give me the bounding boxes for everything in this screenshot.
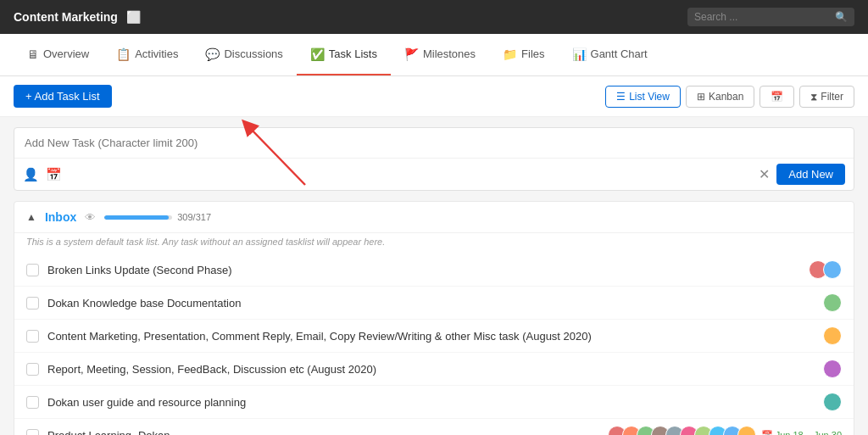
- new-task-area: 👤 📅 ✕ Add New: [14, 127, 854, 191]
- calendar-button[interactable]: 📅: [760, 86, 794, 108]
- tab-milestones[interactable]: 🚩 Milestones: [391, 34, 489, 75]
- task-name: Content Marketing, Presentation, Comment…: [47, 330, 815, 343]
- progress-bar-fill: [104, 215, 169, 220]
- add-new-button[interactable]: Add New: [776, 164, 845, 185]
- task-input-icons: 👤 📅: [23, 167, 62, 182]
- search-icon: 🔍: [835, 11, 848, 23]
- list-view-icon: ☰: [616, 91, 626, 103]
- tabs-bar: 🖥 Overview 📋 Activities 💬 Discussions ✅ …: [0, 34, 868, 76]
- tasklists-icon: ✅: [310, 47, 325, 61]
- task-name: Product Learning- Dokan: [47, 429, 599, 436]
- task-checkbox[interactable]: [26, 264, 39, 276]
- task-item: Dokan Knowledge base Documentation: [14, 287, 854, 320]
- gantt-icon: 📊: [572, 47, 587, 61]
- avatar: [823, 293, 842, 312]
- tab-discussions[interactable]: 💬 Discussions: [192, 34, 296, 75]
- app-container: Content Marketing ⬜ 🔍 🖥 Overview 📋 Activ…: [0, 0, 868, 435]
- user-icon[interactable]: 👤: [23, 167, 39, 182]
- task-item: Report, Meeting, Session, FeedBack, Disc…: [14, 353, 854, 386]
- header-left: Content Marketing ⬜: [14, 10, 141, 24]
- avatar-group: [809, 260, 842, 279]
- tab-overview[interactable]: 🖥 Overview: [14, 34, 103, 75]
- search-input[interactable]: [694, 11, 830, 23]
- task-meta: [823, 393, 842, 411]
- overview-icon: 🖥: [27, 47, 39, 61]
- tab-files[interactable]: 📁 Files: [489, 34, 558, 75]
- task-meta: [809, 260, 842, 279]
- new-task-actions: ✕ Add New: [759, 164, 845, 185]
- task-name: Report, Meeting, Session, FeedBack, Disc…: [47, 363, 815, 376]
- tab-task-lists[interactable]: ✅ Task Lists: [297, 34, 391, 75]
- avatar-group: [823, 293, 842, 312]
- avatar-group: [823, 360, 842, 378]
- close-input-button[interactable]: ✕: [759, 166, 770, 182]
- progress-bar: 309/317: [104, 212, 211, 222]
- avatar-group: [823, 326, 842, 345]
- calendar-icon: 📅: [771, 91, 783, 103]
- inbox-description: This is a system default task list. Any …: [14, 233, 854, 254]
- toolbar: + Add Task List ☰ List View ⊞ Kanban 📅 ⧗…: [0, 76, 868, 117]
- list-view-button[interactable]: ☰ List View: [605, 86, 681, 108]
- task-meta: [823, 293, 842, 312]
- filter-button[interactable]: ⧗ Filter: [799, 86, 854, 108]
- section-collapse-icon[interactable]: ▲: [26, 211, 36, 223]
- task-checkbox[interactable]: [26, 363, 39, 376]
- avatar: [823, 260, 842, 279]
- task-item: Content Marketing, Presentation, Comment…: [14, 320, 854, 353]
- task-item: Product Learning- Dokan📅 Jun 18 – Jun 30: [14, 419, 854, 435]
- avatar: [823, 326, 842, 345]
- tab-gantt-chart[interactable]: 📊 Gantt Chart: [559, 34, 661, 75]
- avatar-group: [823, 393, 842, 411]
- avatar: [737, 426, 756, 435]
- avatar: [823, 393, 842, 411]
- task-meta: [823, 360, 842, 378]
- add-tasklist-button[interactable]: + Add Task List: [14, 85, 112, 108]
- tab-activities[interactable]: 📋 Activities: [103, 34, 192, 75]
- new-task-controls: 👤 📅 ✕ Add New: [14, 158, 854, 190]
- inbox-section: ▲ Inbox 👁 309/317 This is a system defau…: [14, 201, 854, 435]
- task-checkbox[interactable]: [26, 429, 39, 436]
- progress-text: 309/317: [177, 212, 211, 222]
- task-meta: [823, 326, 842, 345]
- progress-bar-bg: [104, 215, 172, 220]
- task-checkbox[interactable]: [26, 330, 39, 343]
- visibility-icon[interactable]: 👁: [85, 211, 96, 224]
- task-list: Broken Links Update (Second Phase)Dokan …: [14, 254, 854, 435]
- task-name: Dokan user guide and resource planning: [47, 396, 815, 409]
- discussions-icon: 💬: [205, 47, 220, 61]
- kanban-icon: ⊞: [697, 91, 705, 103]
- new-task-input[interactable]: [14, 128, 854, 158]
- task-checkbox[interactable]: [26, 297, 39, 310]
- inbox-title[interactable]: Inbox: [45, 210, 76, 224]
- calendar-input-icon[interactable]: 📅: [46, 167, 62, 182]
- search-box: 🔍: [687, 8, 854, 26]
- task-item: Broken Links Update (Second Phase): [14, 254, 854, 287]
- app-title: Content Marketing: [14, 10, 118, 24]
- task-meta: 📅 Jun 18 – Jun 30: [608, 426, 842, 435]
- header: Content Marketing ⬜ 🔍: [0, 0, 868, 34]
- kanban-view-button[interactable]: ⊞ Kanban: [686, 86, 754, 108]
- activities-icon: 📋: [116, 47, 131, 61]
- files-icon: 📁: [503, 47, 517, 61]
- filter-icon: ⧗: [810, 91, 817, 103]
- task-checkbox[interactable]: [26, 396, 39, 409]
- main-content: + Add Task List ☰ List View ⊞ Kanban 📅 ⧗…: [0, 76, 868, 435]
- task-name: Dokan Knowledge base Documentation: [47, 297, 815, 310]
- inbox-header: ▲ Inbox 👁 309/317: [14, 202, 854, 233]
- avatar-group: [608, 426, 756, 435]
- view-controls: ☰ List View ⊞ Kanban 📅 ⧗ Filter: [605, 86, 854, 108]
- doc-icon[interactable]: ⬜: [126, 10, 141, 24]
- milestones-icon: 🚩: [404, 47, 419, 61]
- avatar: [823, 360, 842, 378]
- task-name: Broken Links Update (Second Phase): [47, 264, 800, 276]
- task-item: Dokan user guide and resource planning: [14, 386, 854, 419]
- date-badge: 📅 Jun 18 – Jun 30: [761, 430, 842, 436]
